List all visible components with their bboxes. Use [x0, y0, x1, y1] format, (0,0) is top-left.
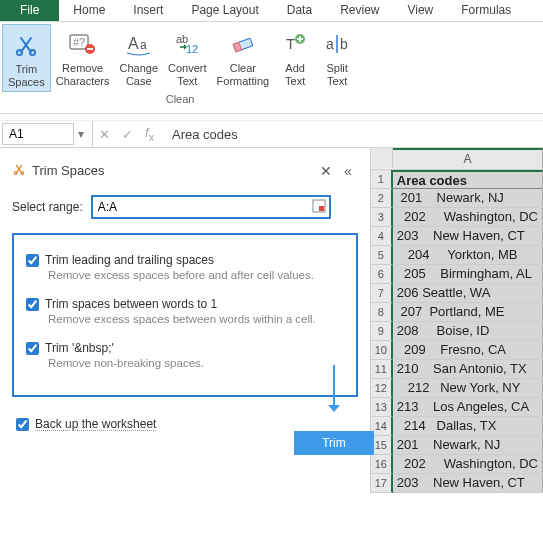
scissors-icon: [12, 162, 26, 179]
cell[interactable]: 202 Washington, DC: [393, 208, 543, 227]
row-header[interactable]: 1: [371, 170, 393, 189]
cell[interactable]: 209 Fresno, CA: [393, 341, 543, 360]
svg-point-18: [21, 172, 24, 175]
tab-insert[interactable]: Insert: [119, 0, 177, 21]
chk-between-words[interactable]: [26, 298, 39, 311]
table-row[interactable]: 12 212 New York, NY: [371, 379, 543, 398]
range-picker-icon[interactable]: [309, 199, 329, 216]
cell[interactable]: 207 Portland, ME: [393, 303, 543, 322]
chevron-down-icon[interactable]: «: [338, 163, 358, 179]
chk-nbsp[interactable]: [26, 342, 39, 355]
btn-split-text[interactable]: ab Split Text: [316, 24, 358, 92]
name-box[interactable]: [2, 123, 74, 145]
chk-leading-trailing[interactable]: [26, 254, 39, 267]
tab-review[interactable]: Review: [326, 0, 393, 21]
table-row[interactable]: 15201 Newark, NJ: [371, 436, 543, 455]
row-header[interactable]: 3: [371, 208, 393, 227]
eraser-icon: [227, 28, 259, 60]
table-row[interactable]: 17203 New Haven, CT: [371, 474, 543, 493]
btn-convert-text[interactable]: ab12 Convert Text: [163, 24, 212, 92]
row-header[interactable]: 7: [371, 284, 393, 303]
row-header[interactable]: 15: [371, 436, 393, 455]
name-box-dropdown[interactable]: ▾: [76, 121, 93, 147]
row-header[interactable]: 12: [371, 379, 393, 398]
chk-backup[interactable]: [16, 418, 29, 431]
tab-home[interactable]: Home: [59, 0, 119, 21]
split-text-icon: ab: [321, 28, 353, 60]
cell[interactable]: Area codes: [393, 170, 543, 189]
row-header[interactable]: 4: [371, 227, 393, 246]
tab-formulas[interactable]: Formulas: [447, 0, 525, 21]
svg-rect-20: [319, 206, 324, 211]
row-header[interactable]: 6: [371, 265, 393, 284]
cell[interactable]: 214 Dallas, TX: [393, 417, 543, 436]
opt2-label: Trim spaces between words to 1: [45, 297, 217, 311]
cell[interactable]: 205 Birmingham, AL: [393, 265, 543, 284]
cell[interactable]: 202 Washington, DC: [393, 455, 543, 474]
cell[interactable]: 213 Los Angeles, CA: [393, 398, 543, 417]
table-row[interactable]: 3 202 Washington, DC: [371, 208, 543, 227]
tab-data[interactable]: Data: [273, 0, 326, 21]
fx-icon[interactable]: fx: [139, 125, 160, 143]
row-header[interactable]: 13: [371, 398, 393, 417]
table-row[interactable]: 5 204 Yorkton, MB: [371, 246, 543, 265]
row-header[interactable]: 11: [371, 360, 393, 379]
worksheet-grid[interactable]: A 1Area codes2 201 Newark, NJ3 202 Washi…: [370, 148, 543, 493]
cell[interactable]: 206 Seattle, WA: [393, 284, 543, 303]
table-row[interactable]: 4203 New Haven, CT: [371, 227, 543, 246]
col-header-a[interactable]: A: [393, 148, 543, 169]
table-row[interactable]: 1Area codes: [371, 170, 543, 189]
tab-view[interactable]: View: [393, 0, 447, 21]
svg-point-17: [14, 172, 17, 175]
table-row[interactable]: 2 201 Newark, NJ: [371, 189, 543, 208]
cancel-icon[interactable]: ✕: [93, 127, 116, 142]
opt2-desc: Remove excess spaces between words withi…: [26, 311, 344, 325]
table-row[interactable]: 14 214 Dallas, TX: [371, 417, 543, 436]
cell[interactable]: 203 New Haven, CT: [393, 474, 543, 493]
table-row[interactable]: 7206 Seattle, WA: [371, 284, 543, 303]
change-case-icon: Aa: [123, 28, 155, 60]
cell[interactable]: 201 Newark, NJ: [393, 189, 543, 208]
row-header[interactable]: 17: [371, 474, 393, 493]
cell[interactable]: 203 New Haven, CT: [393, 227, 543, 246]
cell[interactable]: 204 Yorkton, MB: [393, 246, 543, 265]
svg-text:#?: #?: [72, 36, 84, 48]
formula-text[interactable]: Area codes: [160, 127, 238, 142]
remove-chars-icon: #?: [67, 28, 99, 60]
tab-file[interactable]: File: [0, 0, 59, 21]
table-row[interactable]: 11210 San Antonio, TX: [371, 360, 543, 379]
close-icon[interactable]: ✕: [314, 163, 338, 179]
btn-add-text[interactable]: T Add Text: [274, 24, 316, 92]
row-header[interactable]: 2: [371, 189, 393, 208]
table-row[interactable]: 13213 Los Angeles, CA: [371, 398, 543, 417]
cell[interactable]: 210 San Antonio, TX: [393, 360, 543, 379]
table-row[interactable]: 8 207 Portland, ME: [371, 303, 543, 322]
select-all-corner[interactable]: [371, 148, 393, 168]
callout-arrow: [333, 365, 335, 409]
cell[interactable]: 208 Boise, ID: [393, 322, 543, 341]
svg-rect-5: [87, 48, 93, 50]
row-header[interactable]: 16: [371, 455, 393, 474]
btn-trim-spaces[interactable]: Trim Spaces: [2, 24, 51, 92]
btn-clear-formatting[interactable]: Clear Formatting: [212, 24, 275, 92]
table-row[interactable]: 9208 Boise, ID: [371, 322, 543, 341]
table-row[interactable]: 6 205 Birmingham, AL: [371, 265, 543, 284]
ribbon-group-label: Clean: [166, 92, 195, 107]
row-header[interactable]: 14: [371, 417, 393, 436]
row-header[interactable]: 8: [371, 303, 393, 322]
range-input-wrap: [91, 195, 331, 219]
btn-remove-chars[interactable]: #? Remove Characters: [51, 24, 115, 92]
row-header[interactable]: 5: [371, 246, 393, 265]
range-input[interactable]: [93, 197, 309, 217]
enter-icon[interactable]: ✓: [116, 127, 139, 142]
tab-pagelayout[interactable]: Page Layout: [177, 0, 272, 21]
table-row[interactable]: 10 209 Fresno, CA: [371, 341, 543, 360]
row-header[interactable]: 9: [371, 322, 393, 341]
cell[interactable]: 212 New York, NY: [393, 379, 543, 398]
btn-change-case[interactable]: Aa Change Case: [115, 24, 164, 92]
backup-label: Back up the worksheet: [35, 417, 156, 431]
table-row[interactable]: 16 202 Washington, DC: [371, 455, 543, 474]
trim-button[interactable]: Trim: [294, 431, 374, 455]
cell[interactable]: 201 Newark, NJ: [393, 436, 543, 455]
row-header[interactable]: 10: [371, 341, 393, 360]
